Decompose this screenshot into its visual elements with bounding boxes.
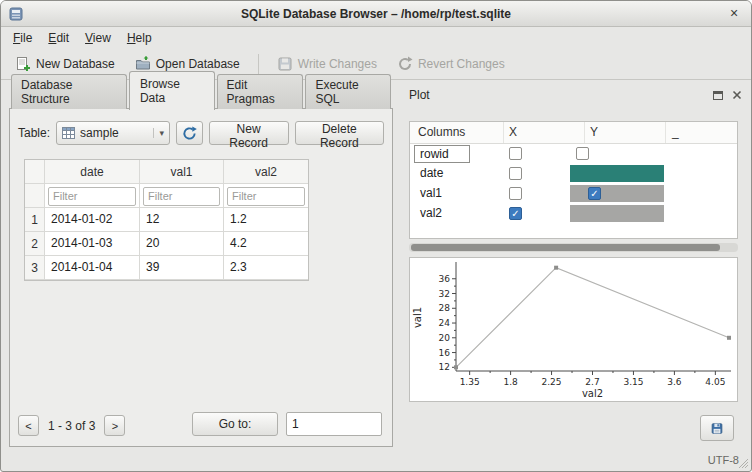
y-checkbox-val1[interactable] [588,187,601,200]
window-title: SQLite Database Browser – /home/rp/test.… [241,7,511,21]
y-color-block-val1[interactable] [570,185,664,202]
write-changes-icon [277,56,293,72]
row-number[interactable]: 2 [25,232,45,256]
plot-row-date[interactable]: date [420,166,443,180]
filter-input-date[interactable] [48,187,136,206]
tab-browse-data[interactable]: Browse Data [129,71,215,110]
tab-edit-pragmas[interactable]: Edit Pragmas [217,74,304,109]
encoding-status: UTF-8 [708,454,739,466]
tab-database-structure[interactable]: Database Structure [11,74,127,109]
column-header-date[interactable]: date [45,160,140,184]
plot-dock-header: Plot [401,85,746,107]
table-label: Table: [18,126,50,140]
plot-row-rowid[interactable]: rowid [414,145,470,163]
cell-date[interactable]: 2014-01-02 [45,208,140,232]
refresh-icon [182,126,197,141]
table-select[interactable]: sample ▾ [56,121,170,145]
browse-data-frame: Table: sample ▾ [9,108,393,447]
cell-val2[interactable]: 1.2 [224,208,308,232]
svg-text:28: 28 [439,303,451,313]
cell-val2[interactable]: 4.2 [224,232,308,256]
tab-execute-sql[interactable]: Execute SQL [305,74,391,109]
plot-row-val2[interactable]: val2 [420,206,442,220]
filter-input-val2[interactable] [227,187,305,206]
new-database-button[interactable]: New Database [7,53,123,75]
resize-grip[interactable] [736,456,748,468]
y-color-block-val2[interactable] [570,205,664,222]
plot-header-columns[interactable]: Columns [418,125,465,139]
horizontal-scrollbar[interactable] [409,243,738,252]
chevron-down-icon: ▾ [153,128,164,138]
plot-dock-title: Plot [409,88,430,102]
plot-column-row: val1 [410,184,737,204]
tab-bar: Database Structure Browse Data Edit Prag… [11,85,393,109]
goto-controls: Go to: [192,412,382,436]
plot-row-val1[interactable]: val1 [420,186,442,200]
svg-text:16: 16 [439,348,451,358]
svg-text:24: 24 [439,318,451,328]
cell-val1[interactable]: 20 [140,232,224,256]
dock-close-icon[interactable] [730,88,744,102]
row-number[interactable]: 1 [25,208,45,232]
save-icon [711,420,723,437]
record-range-label: 1 - 3 of 3 [44,419,99,433]
plot-header-y[interactable]: Y [590,125,598,139]
prev-page-button[interactable]: < [18,415,39,436]
new-record-button[interactable]: New Record [209,121,289,145]
table-icon [62,127,75,139]
svg-text:3.6: 3.6 [667,377,682,387]
filter-corner-cell [25,184,45,208]
y-checkbox-rowid[interactable] [576,147,589,160]
plot-canvas[interactable]: 121620242832361.351.82.252.73.153.64.05v… [409,257,738,402]
cell-date[interactable]: 2014-01-04 [45,256,140,280]
row-number[interactable]: 3 [25,256,45,280]
main-panel: Database Structure Browse Data Edit Prag… [9,85,393,447]
plot-columns-header: Columns X Y _ [410,122,737,144]
delete-record-button[interactable]: Delete Record [295,121,384,145]
dock-float-icon[interactable] [711,88,725,102]
plot-header-extra[interactable]: _ [672,125,679,139]
svg-text:20: 20 [439,333,451,343]
x-checkbox-date[interactable] [509,167,522,180]
menu-edit[interactable]: Edit [40,29,77,47]
open-database-icon [135,56,151,72]
plot-columns-table: Columns X Y _ rowid date val1 [409,121,738,239]
x-checkbox-val2[interactable] [509,207,522,220]
scrollbar-thumb[interactable] [411,244,720,251]
app-window: SQLite Database Browser – /home/rp/test.… [0,0,752,472]
cell-val1[interactable]: 12 [140,208,224,232]
y-color-block-date[interactable] [570,165,664,182]
app-icon [9,7,23,21]
window-close-button[interactable]: × [725,4,743,22]
plot-column-row: date [410,164,737,184]
close-icon: × [730,5,738,21]
plot-column-row: val2 [410,204,737,224]
x-checkbox-val1[interactable] [509,187,522,200]
svg-text:1.35: 1.35 [460,377,480,387]
plot-column-row: rowid [410,144,737,164]
svg-text:36: 36 [439,274,451,284]
x-checkbox-rowid[interactable] [509,147,522,160]
filter-input-val1[interactable] [143,187,220,206]
svg-text:3.15: 3.15 [623,377,643,387]
table-corner-cell [25,160,45,184]
refresh-button[interactable] [176,121,203,145]
titlebar[interactable]: SQLite Database Browser – /home/rp/test.… [1,1,751,27]
column-header-val2[interactable]: val2 [224,160,308,184]
menu-help[interactable]: Help [119,29,160,47]
column-header-val1[interactable]: val1 [140,160,224,184]
cell-date[interactable]: 2014-01-03 [45,232,140,256]
toolbar-separator [258,54,259,74]
open-database-label: Open Database [156,57,240,71]
menu-view[interactable]: View [77,29,119,47]
svg-text:12: 12 [439,362,450,372]
write-changes-label: Write Changes [298,57,377,71]
goto-input[interactable] [286,412,382,436]
menu-file[interactable]: File [5,29,40,47]
save-plot-button[interactable] [700,415,734,441]
cell-val2[interactable]: 2.3 [224,256,308,280]
plot-header-x[interactable]: X [509,125,517,139]
goto-button[interactable]: Go to: [192,412,278,436]
cell-val1[interactable]: 39 [140,256,224,280]
next-page-button[interactable]: > [104,415,125,436]
